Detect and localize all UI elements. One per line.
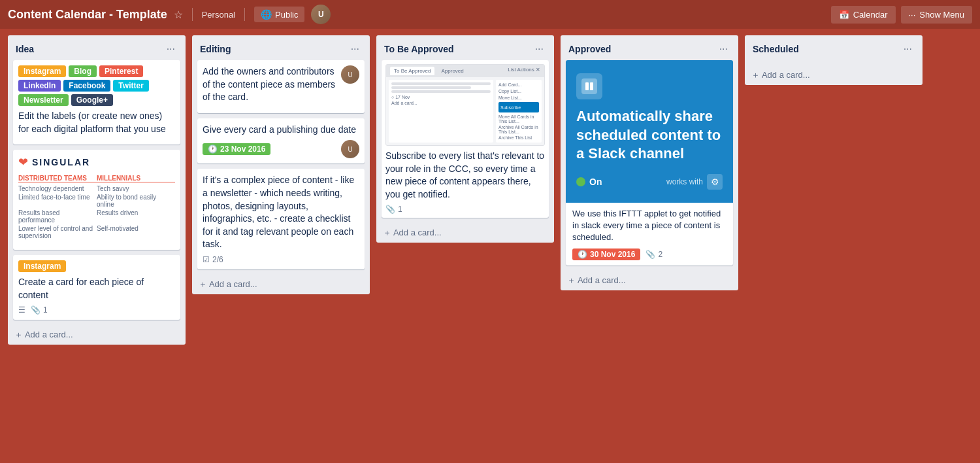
list-scheduled: Scheduled ··· ＋ Add a card... (745, 35, 923, 85)
list-title-editing: Editing (200, 44, 231, 54)
tag-googleplus[interactable]: Google+ (71, 94, 113, 106)
ifttt-title: Automatically share scheduled content to… (576, 107, 723, 163)
dots-icon: ··· (909, 10, 916, 20)
dt-cell: Ability to bond easily online (97, 194, 175, 208)
list-header-idea: Idea ··· (8, 35, 186, 60)
clip-icon-2: 📎 (385, 205, 395, 214)
ifttt-body: We use this IFTTT applet to get notified… (566, 203, 733, 266)
due-badge-approved[interactable]: 🕐 30 Nov 2016 (572, 249, 640, 260)
thumb-archive: Archive This List (498, 135, 539, 140)
list-menu-icon-idea[interactable]: ··· (164, 42, 178, 56)
singular-brand: SINGULAR (32, 157, 90, 167)
ifttt-icon (576, 73, 602, 99)
list-cards-tobe: To Be Approved Approved List Actions ✕ ○… (376, 60, 554, 223)
star-icon[interactable]: ☆ (174, 9, 183, 21)
list-cards-approved: Automatically share scheduled content to… (561, 60, 738, 271)
ifttt-status: On (576, 177, 602, 187)
globe-icon: 🌐 (261, 9, 272, 20)
add-card-approved[interactable]: ＋ Add a card... (561, 271, 738, 290)
user-avatar[interactable]: U (311, 5, 331, 24)
clip-icon: 📎 (31, 305, 41, 315)
list-menu-icon-editing[interactable]: ··· (348, 42, 362, 56)
card-editing-complex[interactable]: If it's a complex piece of content - lik… (197, 169, 365, 269)
card-approved-ifttt[interactable]: Automatically share scheduled content to… (566, 60, 733, 266)
tag-twitter[interactable]: Twitter (113, 80, 148, 92)
list-tobe-approved: To Be Approved ··· To Be Approved Approv… (376, 35, 554, 243)
thumb-moveall: Move All Cards in This List... (498, 114, 539, 124)
tag-blog[interactable]: Blog (69, 65, 97, 77)
due-date-label: 23 Nov 2016 (220, 145, 265, 154)
due-badge-editing[interactable]: 🕐 23 Nov 2016 (203, 143, 270, 155)
due-date-approved: 30 Nov 2016 (590, 250, 635, 259)
ifttt-status-row: On works with ⚙ (576, 174, 723, 190)
list-title-approved: Approved (568, 44, 611, 54)
dt-col2: MILLENNIALS (97, 175, 175, 182)
dt-cell: Technology dependent (18, 185, 97, 192)
calendar-button[interactable]: 📅 Calendar (831, 6, 896, 24)
works-with: works with ⚙ (666, 174, 723, 190)
tag-pinterest[interactable]: Pinterest (99, 65, 143, 77)
card-idea-instagram[interactable]: Instagram Create a card for each piece o… (13, 255, 180, 320)
visibility-personal[interactable]: Personal (202, 10, 235, 20)
tag-instagram-2[interactable]: Instagram (18, 260, 66, 272)
svg-rect-1 (585, 82, 589, 90)
tag-facebook[interactable]: Facebook (63, 80, 110, 92)
card-avatar-duedate: U (341, 140, 359, 158)
list-menu-icon-approved[interactable]: ··· (717, 42, 730, 56)
ifttt-footer: 🕐 30 Nov 2016 📎 2 (572, 249, 727, 260)
card-clip-meta-screenshot: 📎 1 (385, 205, 402, 214)
card-text-owners: Add the owners and contributors of the c… (203, 65, 336, 104)
list-cards-idea: Instagram Blog Pinterest LinkedIn Facebo… (8, 60, 186, 325)
list-header-editing: Editing ··· (192, 35, 370, 60)
add-card-editing[interactable]: ＋ Add a card... (192, 275, 370, 294)
add-card-scheduled[interactable]: ＋ Add a card... (745, 65, 923, 85)
singular-logo-icon: ❤ (18, 155, 28, 169)
works-with-label: works with (666, 177, 703, 186)
card-footer-complex: ☑ 2/6 (203, 255, 359, 264)
thumb-tab-left: To Be Approved (390, 67, 434, 75)
list-header-tobe: To Be Approved ··· (376, 35, 554, 60)
tag-instagram[interactable]: Instagram (18, 65, 66, 77)
screenshot-thumbnail: To Be Approved Approved List Actions ✕ ○… (385, 64, 545, 146)
card-tags-instagram: Instagram (18, 260, 175, 272)
thumb-date: ○ 17 Nov (391, 95, 491, 99)
thumb-subscribe-btn: Subscribe (498, 102, 539, 112)
card-text-complex: If it's a complex piece of content - lik… (203, 174, 359, 251)
card-idea-singular[interactable]: ❤ SINGULAR DISTRIBUTED TEAMS MILLENNIALS… (13, 150, 180, 250)
card-text-screenshot: Subscribe to every list that's relevant … (385, 150, 545, 201)
divider2 (244, 8, 245, 21)
add-card-tobe[interactable]: ＋ Add a card... (376, 223, 554, 243)
card-checklist-meta: ☰ (18, 305, 25, 315)
list-menu-icon-tobe[interactable]: ··· (532, 42, 546, 56)
clip-count-screenshot: 1 (398, 205, 402, 214)
list-header-scheduled: Scheduled ··· (745, 35, 923, 60)
dt-row-3: Lower level of control and supervision S… (18, 225, 175, 239)
gear-icon: ⚙ (707, 174, 723, 190)
clip-count-approved: 2 (658, 250, 662, 259)
card-footer-instagram: ☰ 📎 1 (18, 305, 175, 315)
dt-cell: Results driven (97, 209, 175, 224)
thumb-movelist: Move List... (498, 95, 539, 100)
card-tobe-screenshot[interactable]: To Be Approved Approved List Actions ✕ ○… (382, 60, 549, 218)
card-editing-duedate[interactable]: Give every card a publishing due date 🕐 … (197, 118, 365, 164)
ifttt-banner: Automatically share scheduled content to… (566, 60, 733, 203)
thumb-addcard: Add a card... (391, 101, 491, 105)
divider (192, 8, 193, 21)
add-card-idea[interactable]: ＋ Add a card... (8, 325, 186, 345)
dt-cell: Self-motivated (97, 225, 175, 239)
app-header: Content Calendar - Template ☆ Personal 🌐… (0, 0, 980, 29)
card-text-labels: Edit the labels (or create new ones) for… (18, 110, 175, 135)
card-text-instagram: Create a card for each piece of content (18, 276, 175, 301)
card-idea-labels[interactable]: Instagram Blog Pinterest LinkedIn Facebo… (13, 60, 180, 145)
svg-rect-2 (590, 82, 593, 90)
card-checklist-meta-complex: ☑ 2/6 (203, 255, 223, 264)
visibility-public[interactable]: 🌐 Public (254, 7, 304, 22)
tag-linkedin[interactable]: LinkedIn (18, 80, 61, 92)
show-menu-button[interactable]: ··· Show Menu (901, 6, 973, 24)
list-cards-scheduled (745, 60, 923, 65)
dt-row-2: Results based performance Results driven (18, 209, 175, 224)
tag-newsletter[interactable]: Newsletter (18, 94, 69, 106)
card-editing-owners[interactable]: Add the owners and contributors of the c… (197, 60, 365, 113)
app-title: Content Calendar - Template (8, 8, 167, 22)
list-menu-icon-scheduled[interactable]: ··· (901, 42, 915, 56)
